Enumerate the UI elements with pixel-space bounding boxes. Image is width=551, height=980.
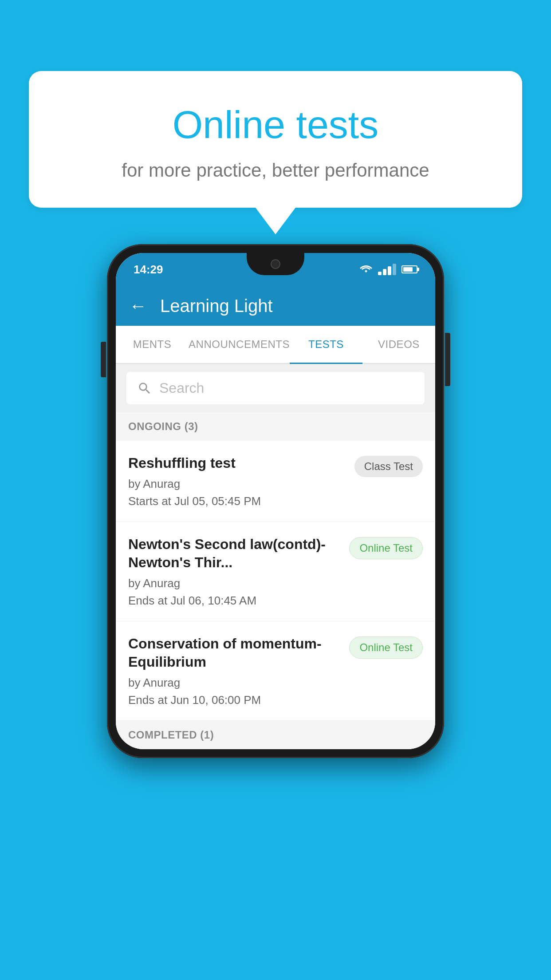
signal-bars xyxy=(378,264,396,275)
ongoing-section-label: ONGOING (3) xyxy=(128,420,198,432)
completed-section-label: COMPLETED (1) xyxy=(128,729,214,741)
tabs-container: MENTS ANNOUNCEMENTS TESTS VIDEOS xyxy=(116,326,435,364)
search-container: Search xyxy=(116,364,435,412)
test-item-author: by Anurag xyxy=(128,577,340,590)
status-bar: 14:29 xyxy=(116,253,435,286)
status-icons xyxy=(359,264,417,275)
test-item-author: by Anurag xyxy=(128,676,340,690)
ongoing-section-header: ONGOING (3) xyxy=(116,412,435,441)
tab-tests[interactable]: TESTS xyxy=(290,326,362,363)
phone-wrapper: 14:29 xyxy=(107,244,444,758)
speech-bubble: Online tests for more practice, better p… xyxy=(29,71,522,208)
test-item-time: Ends at Jun 10, 06:00 PM xyxy=(128,693,340,707)
speech-bubble-arrow xyxy=(256,208,295,234)
battery-fill xyxy=(403,267,413,272)
speech-bubble-title: Online tests xyxy=(64,102,487,147)
test-badge: Online Test xyxy=(349,636,423,659)
test-item[interactable]: Reshuffling test by Anurag Starts at Jul… xyxy=(116,441,435,522)
tab-ments[interactable]: MENTS xyxy=(116,326,189,363)
app-title: Learning Light xyxy=(160,296,273,316)
notch-cutout xyxy=(247,253,304,275)
search-icon xyxy=(137,381,152,396)
status-time: 14:29 xyxy=(134,263,163,277)
phone-inner: 14:29 xyxy=(116,253,435,749)
wifi-icon xyxy=(359,265,373,274)
completed-section-header: COMPLETED (1) xyxy=(116,721,435,749)
camera-dot xyxy=(271,259,280,269)
search-box[interactable]: Search xyxy=(126,372,425,404)
search-placeholder: Search xyxy=(159,380,204,396)
test-badge: Class Test xyxy=(354,456,423,477)
test-item-author: by Anurag xyxy=(128,477,346,491)
test-item-content: Conservation of momentum-Equilibrium by … xyxy=(128,635,340,707)
test-badge: Online Test xyxy=(349,537,423,559)
test-item-time: Ends at Jul 06, 10:45 AM xyxy=(128,594,340,608)
tab-announcements[interactable]: ANNOUNCEMENTS xyxy=(189,326,290,363)
app-header: ← Learning Light xyxy=(116,286,435,326)
tab-videos[interactable]: VIDEOS xyxy=(362,326,435,363)
test-item-title: Reshuffling test xyxy=(128,454,346,473)
test-item[interactable]: Newton's Second law(contd)-Newton's Thir… xyxy=(116,522,435,621)
test-item-title: Newton's Second law(contd)-Newton's Thir… xyxy=(128,535,340,572)
battery-icon xyxy=(401,265,417,273)
test-item[interactable]: Conservation of momentum-Equilibrium by … xyxy=(116,621,435,721)
test-item-time: Starts at Jul 05, 05:45 PM xyxy=(128,494,346,508)
back-button[interactable]: ← xyxy=(129,297,147,315)
phone-outer: 14:29 xyxy=(107,244,444,758)
test-item-content: Reshuffling test by Anurag Starts at Jul… xyxy=(128,454,346,508)
speech-bubble-subtitle: for more practice, better performance xyxy=(64,160,487,181)
test-item-title: Conservation of momentum-Equilibrium xyxy=(128,635,340,672)
test-item-content: Newton's Second law(contd)-Newton's Thir… xyxy=(128,535,340,608)
speech-bubble-container: Online tests for more practice, better p… xyxy=(29,71,522,234)
